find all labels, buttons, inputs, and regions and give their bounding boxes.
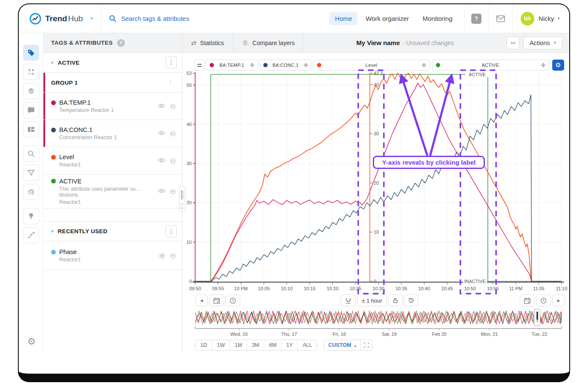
panel-collapse-close-icon[interactable]: × bbox=[179, 205, 185, 212]
move-handle-icon[interactable] bbox=[421, 63, 427, 68]
nav-item-home[interactable]: Home bbox=[329, 12, 357, 25]
step-forward-button[interactable]: ▶ bbox=[552, 294, 565, 306]
lock-range-button[interactable] bbox=[388, 294, 403, 306]
rail-filter-button[interactable] bbox=[23, 165, 39, 181]
svg-text:40: 40 bbox=[374, 82, 379, 87]
overview-waveform-strip[interactable] bbox=[195, 311, 562, 325]
panel-resize-handle[interactable] bbox=[179, 186, 185, 204]
user-menu-chevron-down-icon[interactable]: ▾ bbox=[557, 16, 560, 21]
user-name[interactable]: Nicky bbox=[539, 15, 554, 22]
history-restore-button[interactable] bbox=[404, 294, 418, 306]
move-handle-icon[interactable] bbox=[250, 63, 255, 68]
svg-text:11:05: 11:05 bbox=[533, 286, 545, 291]
divider bbox=[464, 4, 464, 33]
tag-name: Phase bbox=[59, 249, 77, 255]
rail-calculations-button[interactable] bbox=[23, 64, 39, 80]
visibility-eye-icon[interactable] bbox=[158, 157, 165, 165]
remove-minus-circle-icon[interactable]: ⊖ bbox=[170, 157, 176, 165]
range-1m-button[interactable]: 1M bbox=[230, 340, 247, 350]
remove-minus-circle-icon[interactable]: ⊖ bbox=[170, 252, 176, 260]
series-color-dot bbox=[51, 155, 56, 160]
start-date-picker-button[interactable] bbox=[209, 294, 224, 306]
brand-name-light: Hub bbox=[68, 14, 83, 23]
compare-layers-label: Compare layers bbox=[253, 40, 295, 46]
tags-attributes-panel: TAGS & ATTRIBUTES ? ▾ ACTIVE ⋮ GROUP 1 ⋮… bbox=[43, 33, 182, 353]
visibility-eye-icon[interactable] bbox=[158, 188, 165, 195]
recently-used-menu-kebab-icon[interactable]: ⋮ bbox=[166, 226, 177, 237]
help-icon[interactable]: ? bbox=[471, 14, 481, 24]
range-3m-button[interactable]: 3M bbox=[247, 340, 264, 350]
settings-gear-icon[interactable]: ⚙ bbox=[27, 336, 36, 347]
time-range-offset-button[interactable]: ± 1 hour bbox=[357, 294, 387, 306]
group-1-header[interactable]: GROUP 1 ⋮ bbox=[43, 73, 182, 93]
curve-fit-button[interactable] bbox=[341, 294, 356, 306]
active-section-menu-kebab-icon[interactable]: ⋮ bbox=[166, 57, 177, 69]
rail-search-button[interactable] bbox=[23, 146, 39, 162]
rail-layers-button[interactable] bbox=[23, 83, 39, 99]
tag-name: Level bbox=[59, 154, 74, 160]
nav-item-monitoring[interactable]: Monitoring bbox=[417, 12, 458, 25]
group-1-menu-kebab-icon[interactable]: ⋮ bbox=[164, 79, 177, 86]
rail-relations-button[interactable] bbox=[23, 227, 39, 243]
back-arrow-icon: ◀ bbox=[200, 299, 203, 303]
series-color-dot bbox=[51, 179, 56, 183]
svg-text:20: 20 bbox=[374, 180, 379, 186]
visibility-eye-icon[interactable] bbox=[158, 103, 165, 110]
custom-frame-button[interactable] bbox=[361, 340, 372, 350]
chevron-down-icon[interactable]: ▾ bbox=[51, 60, 54, 66]
move-handle-icon[interactable] bbox=[541, 63, 546, 68]
view-name: My View name bbox=[356, 39, 400, 46]
tag-item-ba-temp-1[interactable]: BA:TEMP.1 Temperature Reactor 1 ⊖ bbox=[43, 93, 182, 120]
range-1w-button[interactable]: 1W bbox=[212, 340, 230, 350]
rail-insights-button[interactable] bbox=[23, 208, 39, 224]
tag-item-ba-conc-1[interactable]: BA:CONC.1 Concentration Reactor 1 ⊖ bbox=[43, 120, 182, 147]
range-all-button[interactable]: ALL bbox=[298, 340, 317, 350]
end-date-picker-button[interactable] bbox=[520, 294, 535, 306]
tag-item-level[interactable]: Level Reactor1 ⊖ bbox=[43, 147, 182, 174]
remove-minus-circle-icon[interactable]: ⊖ bbox=[170, 130, 176, 137]
actions-button[interactable]: Actions ▾ bbox=[523, 37, 562, 49]
app-window: Trend Hub ▾ Search tags & attributes Hom… bbox=[18, 3, 570, 382]
range-1d-button[interactable]: 1D bbox=[196, 340, 212, 350]
messages-button[interactable] bbox=[496, 14, 506, 24]
move-handle-icon[interactable] bbox=[303, 63, 308, 68]
compare-layers-button[interactable]: Compare layers bbox=[233, 33, 304, 52]
trend-chart-plot[interactable]: 09:5009:5510 PM10:0510:1010:1510:2010:25… bbox=[184, 68, 563, 293]
trendhub-logo[interactable]: Trend Hub ▾ bbox=[29, 12, 93, 25]
range-1y-button[interactable]: 1Y bbox=[282, 340, 298, 350]
svg-text:53: 53 bbox=[187, 71, 192, 76]
view-title: My View name- Unsaved changes bbox=[303, 39, 506, 46]
statistics-button[interactable]: ⇄ Statistics bbox=[182, 33, 233, 52]
custom-range-group: CUSTOM ▴ bbox=[323, 340, 372, 351]
end-time-picker-button[interactable] bbox=[536, 294, 551, 306]
overview-slider-handle[interactable] bbox=[534, 309, 540, 326]
tag-item-phase[interactable]: Phase Reactor1 ⊕ ⊖ bbox=[43, 241, 182, 270]
start-time-picker-button[interactable] bbox=[225, 294, 240, 306]
rail-dashboard-button[interactable] bbox=[23, 121, 39, 137]
recently-used-section-header[interactable]: ▾ RECENTLY USED ⋮ bbox=[43, 221, 182, 241]
svg-text:10: 10 bbox=[187, 240, 192, 245]
chevron-down-icon[interactable]: ▾ bbox=[51, 229, 54, 234]
rail-comments-button[interactable] bbox=[23, 102, 39, 118]
panel-help-icon[interactable]: ? bbox=[117, 39, 125, 47]
rail-tags-button[interactable] bbox=[23, 45, 39, 61]
step-back-button[interactable]: ◀ bbox=[195, 294, 208, 306]
custom-range-button[interactable]: CUSTOM ▴ bbox=[324, 340, 361, 350]
brand-chevron-down-icon[interactable]: ▾ bbox=[91, 16, 93, 21]
search-bar[interactable]: Search tags & attributes bbox=[101, 14, 329, 23]
remove-minus-circle-icon[interactable]: ⊖ bbox=[170, 103, 176, 110]
tag-item-active[interactable]: ACTIVE This attribute uses parameter su…… bbox=[43, 174, 182, 209]
active-section-header[interactable]: ▾ ACTIVE ⋮ bbox=[43, 53, 182, 73]
add-plus-circle-icon[interactable]: ⊕ bbox=[159, 252, 165, 260]
live-broadcast-button[interactable] bbox=[507, 37, 519, 49]
remove-minus-circle-icon[interactable]: ⊖ bbox=[170, 188, 176, 195]
svg-text:10:20: 10:20 bbox=[327, 286, 339, 291]
visibility-eye-icon[interactable] bbox=[158, 130, 165, 137]
svg-text:10:30: 10:30 bbox=[372, 286, 384, 291]
rail-fingerprint-button[interactable] bbox=[23, 184, 39, 200]
nav-item-work-organizer[interactable]: Work organizer bbox=[360, 12, 414, 25]
tag-icon bbox=[27, 49, 35, 57]
user-avatar[interactable]: NA bbox=[521, 12, 534, 26]
svg-text:10:35: 10:35 bbox=[395, 286, 407, 291]
range-6m-button[interactable]: 6M bbox=[264, 340, 281, 350]
